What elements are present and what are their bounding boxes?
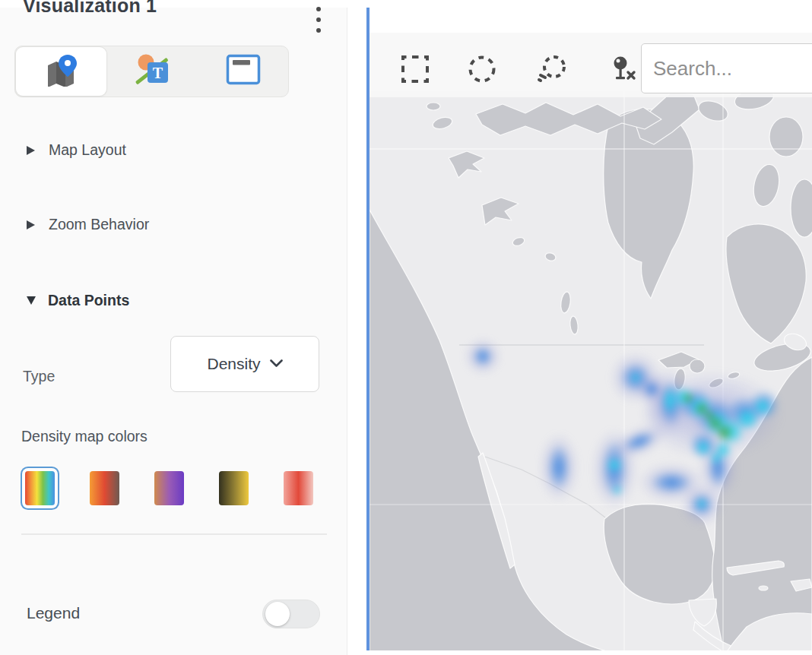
chevron-down-icon [27,296,36,305]
density-swatch-rainbow[interactable] [25,471,55,505]
window-card-icon [226,54,261,89]
circle-select-button[interactable] [467,55,497,85]
svg-text:T: T [152,65,163,81]
density-colors-label: Density map colors [21,428,147,445]
basemap [370,9,812,650]
chevron-down-icon [270,357,283,371]
rectangle-select-icon [400,54,430,87]
chevron-right-icon [27,146,35,155]
remove-pin-button[interactable] [607,55,637,85]
rectangle-select-button[interactable] [400,55,430,85]
tab-card-view[interactable] [198,46,288,97]
lasso-select-button[interactable] [537,55,567,85]
type-dropdown-value: Density [207,355,260,373]
tab-map-view[interactable] [16,47,106,96]
more-options-menu-icon[interactable] [311,7,326,33]
text-style-icon: T [135,53,171,90]
density-swatch-orange-red-gray[interactable] [90,471,119,505]
density-swatch-black-gold[interactable] [219,471,249,505]
map-pin-icon [43,53,81,90]
density-swatch-orange-purple[interactable] [154,471,184,505]
circle-select-icon [467,54,497,87]
page-title: Visualization 1 [23,0,157,17]
type-dropdown[interactable]: Density [170,336,319,392]
lasso-select-icon [537,54,567,87]
type-label: Type [23,368,55,385]
legend-label: Legend [27,604,80,622]
chevron-right-icon [27,220,35,229]
legend-toggle[interactable] [262,600,320,628]
visualization-type-tabs: T [14,46,289,97]
map-search-input[interactable] [641,43,812,93]
divider [21,533,327,535]
tab-style-text[interactable]: T [107,46,198,97]
map-canvas[interactable] [370,9,812,650]
remove-pin-icon [607,54,637,87]
section-data-points[interactable]: Data Points [27,292,129,309]
section-label: Map Layout [49,141,126,159]
section-map-layout[interactable]: Map Layout [27,141,126,159]
section-label: Data Points [48,292,129,309]
section-zoom-behavior[interactable]: Zoom Behavior [27,216,149,233]
section-label: Zoom Behavior [49,216,149,233]
density-color-swatches [25,471,313,505]
settings-sidebar [0,8,347,655]
toggle-knob [265,602,290,626]
density-swatch-rose-red[interactable] [284,471,313,505]
